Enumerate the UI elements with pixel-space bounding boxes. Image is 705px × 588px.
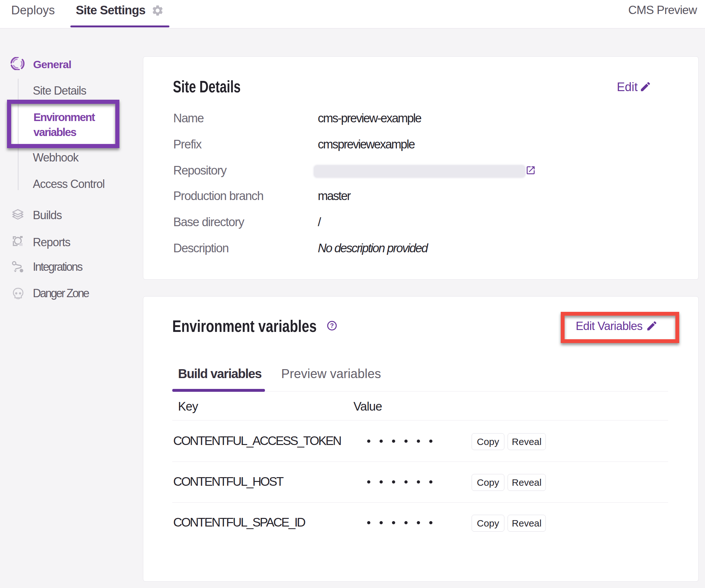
svg-text:?: ?: [330, 322, 334, 329]
